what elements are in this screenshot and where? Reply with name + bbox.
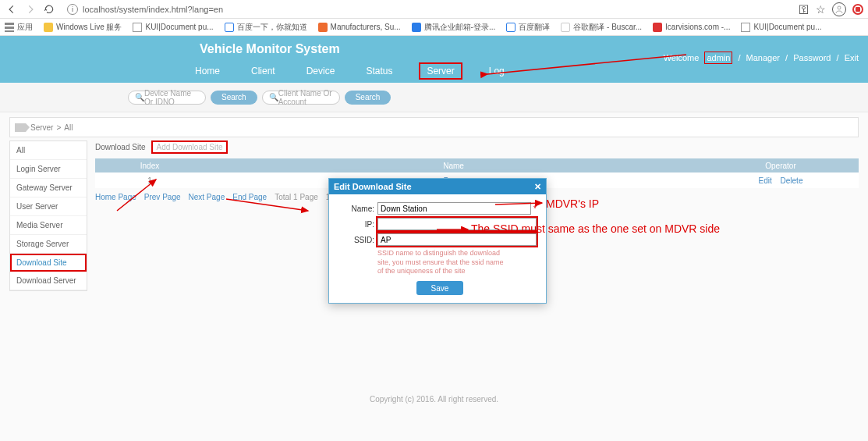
content-toolbar: Download Site Add Download Site — [95, 140, 859, 154]
footer-copyright: Copyright (c) 2016. All right reserved. — [0, 395, 868, 404]
dialog-titlebar[interactable]: Edit Download Site ✕ — [329, 179, 546, 194]
sidebar-item-login-server[interactable]: Login Server — [10, 160, 87, 179]
extension-icon[interactable] — [852, 4, 863, 15]
sidebar-item-all[interactable]: All — [10, 141, 87, 160]
bookmark-bar: 应用Windows Live 服务KUI|Document pu...百度一下，… — [0, 19, 868, 36]
bookmark-item[interactable]: 谷歌翻译 - Buscar... — [561, 22, 642, 33]
delete-link[interactable]: Delete — [781, 176, 803, 185]
forward-button[interactable] — [23, 2, 37, 16]
table-header-row: Index Name Operator — [95, 158, 859, 172]
link-password[interactable]: Password — [793, 53, 831, 62]
nav-device[interactable]: Device — [302, 63, 340, 79]
ssid-label: SSID: — [343, 236, 374, 244]
name-input[interactable] — [377, 202, 531, 215]
breadcrumb-all[interactable]: All — [64, 123, 73, 132]
bookmark-item[interactable]: Manufacturers, Su... — [318, 23, 401, 32]
bookmark-item[interactable]: 腾讯企业邮箱-登录... — [412, 22, 496, 33]
browser-toolbar: i localhost/system/index.html?lang=en ⚿ … — [0, 0, 868, 19]
th-index: Index — [95, 162, 204, 170]
device-search-button[interactable]: Search — [211, 91, 257, 105]
current-user[interactable]: admin — [704, 52, 732, 64]
url-text: localhost/system/index.html?lang=en — [83, 5, 223, 14]
bookmark-item[interactable]: Icarvisions.com -... — [653, 23, 730, 32]
ip-input[interactable] — [377, 218, 537, 230]
bookmark-item[interactable]: 应用 — [5, 22, 33, 33]
client-search-button[interactable]: Search — [345, 91, 391, 105]
bookmark-icon — [506, 23, 515, 32]
sidebar-item-media-server[interactable]: Media Server — [10, 216, 87, 235]
required-star: * — [533, 204, 537, 213]
breadcrumb-icon — [15, 123, 26, 132]
cell-operator: Edit Delete — [703, 176, 859, 185]
close-icon[interactable]: ✕ — [534, 182, 541, 192]
bookmark-icon — [741, 23, 750, 32]
sidebar-item-download-site[interactable]: Download Site — [10, 254, 87, 272]
th-operator: Operator — [703, 162, 859, 170]
bookmark-item[interactable]: KUI|Document pu... — [741, 23, 821, 32]
app-header: Vehicle Monitor System Welcome admin / M… — [0, 36, 868, 83]
url-field[interactable]: i localhost/system/index.html?lang=en — [61, 2, 792, 17]
bookmark-item[interactable]: 百度一下，你就知道 — [225, 22, 307, 33]
sidebar-item-storage-server[interactable]: Storage Server — [10, 235, 87, 254]
bookmark-item[interactable]: 百度翻译 — [506, 22, 550, 33]
pager-end[interactable]: End Page — [232, 193, 267, 201]
nav-home[interactable]: Home — [190, 63, 225, 79]
client-search-input[interactable]: 🔍 Client Name Or Account — [262, 91, 340, 105]
pager-next[interactable]: Next Page — [189, 193, 225, 201]
pager-prev[interactable]: Prev Page — [144, 193, 181, 201]
link-exit[interactable]: Exit — [845, 53, 859, 62]
bookmark-icon — [225, 23, 234, 32]
bookmark-item[interactable]: Windows Live 服务 — [44, 22, 122, 33]
svg-point-0 — [838, 6, 841, 9]
field-ip: IP: — [343, 218, 537, 230]
cell-index: 1 — [95, 176, 204, 185]
field-name: Name: * — [343, 202, 537, 215]
reload-button[interactable] — [42, 2, 56, 16]
toolbar-label: Download Site — [95, 143, 145, 151]
pager-home[interactable]: Home Page — [95, 193, 136, 201]
dialog-title-text: Edit Download Site — [334, 182, 412, 191]
search-row: 🔍 Device Name Or IDNO Search 🔍 Client Na… — [0, 83, 868, 112]
pager-total: Total 1 Page — [275, 193, 318, 201]
breadcrumb-server[interactable]: Server — [30, 123, 53, 132]
info-icon: i — [67, 4, 78, 15]
app-title: Vehicle Monitor System — [200, 42, 340, 56]
ssid-input[interactable] — [377, 233, 537, 246]
ssid-note: SSID name to distinguish the download si… — [377, 249, 510, 276]
star-icon[interactable]: ☆ — [816, 3, 826, 16]
edit-download-site-dialog: Edit Download Site ✕ Name: * IP: SSID: S… — [328, 178, 547, 304]
nav-log[interactable]: Log — [484, 63, 509, 79]
welcome-text: Welcome — [664, 53, 700, 62]
sidebar-item-download-server[interactable]: Download Server — [10, 272, 87, 290]
key-icon[interactable]: ⚿ — [799, 3, 810, 16]
sidebar-item-gateway-server[interactable]: Gateway Server — [10, 179, 87, 197]
bookmark-icon — [653, 23, 662, 32]
bookmark-icon — [412, 23, 421, 32]
bookmark-icon — [318, 23, 328, 32]
nav-server[interactable]: Server — [419, 62, 462, 80]
add-download-site-button[interactable]: Add Download Site — [151, 140, 227, 154]
sidebar: AllLogin ServerGateway ServerUser Server… — [9, 140, 87, 291]
save-button[interactable]: Save — [416, 281, 463, 295]
ip-label: IP: — [343, 220, 374, 229]
profile-icon[interactable] — [832, 2, 846, 16]
edit-link[interactable]: Edit — [759, 176, 772, 185]
bookmark-item[interactable]: KUI|Document pu... — [133, 23, 213, 32]
link-manager[interactable]: Manager — [746, 53, 780, 62]
nav-status[interactable]: Status — [361, 63, 397, 79]
breadcrumb: Server > All — [9, 117, 859, 137]
main-nav: HomeClientDeviceStatusServerLog — [190, 62, 509, 80]
nav-client[interactable]: Client — [246, 63, 280, 79]
bookmark-icon — [5, 23, 14, 32]
bookmark-icon — [133, 23, 142, 32]
th-name: Name — [204, 162, 703, 170]
bookmark-icon — [561, 23, 570, 32]
field-ssid: SSID: — [343, 233, 537, 246]
back-button[interactable] — [5, 2, 19, 16]
bookmark-icon — [44, 23, 53, 32]
welcome-bar: Welcome admin / Manager / Password / Exi… — [662, 53, 860, 62]
device-search-input[interactable]: 🔍 Device Name Or IDNO — [128, 91, 206, 105]
name-label: Name: — [343, 204, 374, 213]
sidebar-item-user-server[interactable]: User Server — [10, 197, 87, 216]
